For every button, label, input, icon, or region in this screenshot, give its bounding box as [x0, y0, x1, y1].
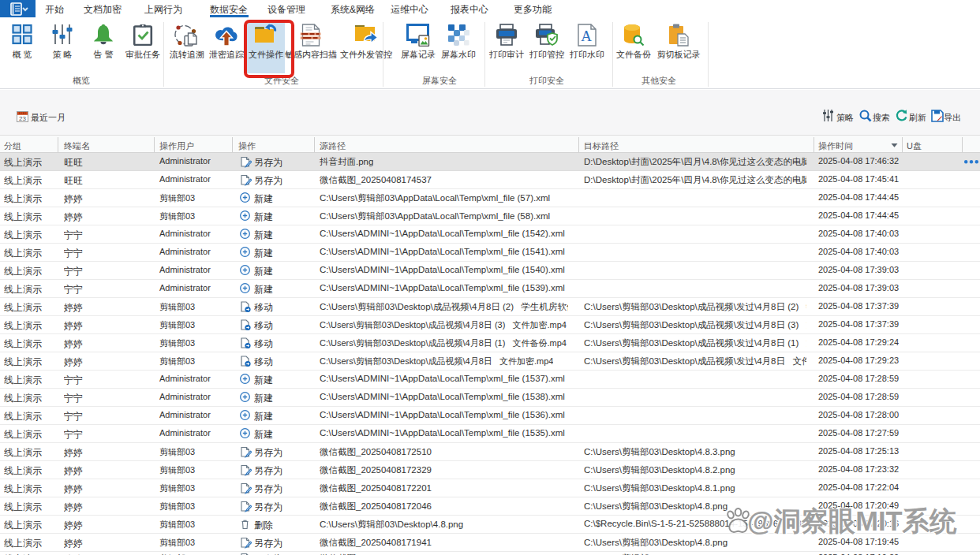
svg-text:A: A — [581, 28, 592, 44]
svg-text:23: 23 — [19, 115, 26, 122]
